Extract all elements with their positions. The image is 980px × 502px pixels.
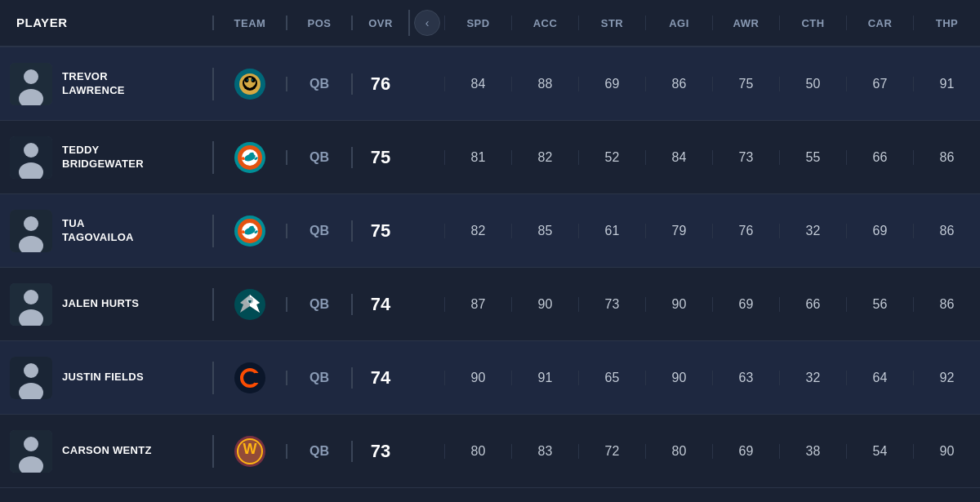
spd-cell: 81 bbox=[444, 150, 511, 165]
pos-cell: QB bbox=[286, 444, 351, 459]
acc-cell: 82 bbox=[511, 150, 578, 165]
player-name-line1: JALEN HURTS bbox=[62, 297, 139, 311]
str-cell: 69 bbox=[578, 77, 645, 91]
svg-point-1 bbox=[19, 89, 43, 105]
svg-point-11 bbox=[24, 143, 38, 158]
player-rows: TREVOR LAWRENCE QB 76 84 88 69 bbox=[0, 47, 980, 488]
svg-rect-32 bbox=[255, 373, 263, 383]
acc-cell: 88 bbox=[511, 77, 578, 91]
spd-header: SPD bbox=[444, 16, 511, 30]
player-header: PLAYER bbox=[0, 16, 212, 30]
avatar bbox=[10, 136, 52, 179]
player-info: JUSTIN FIELDS bbox=[0, 357, 212, 399]
player-info: TREVOR LAWRENCE bbox=[0, 63, 212, 105]
agi-header: AGI bbox=[645, 16, 712, 30]
pos-header: POS bbox=[286, 16, 351, 30]
car-cell: 56 bbox=[846, 297, 913, 312]
str-cell: 61 bbox=[578, 224, 645, 238]
awr-cell: 73 bbox=[712, 150, 779, 165]
str-header: STR bbox=[578, 16, 645, 30]
player-name-line2: LAWRENCE bbox=[62, 84, 125, 98]
agi-cell: 86 bbox=[645, 77, 712, 91]
awr-cell: 63 bbox=[712, 371, 779, 385]
team-cell: W bbox=[212, 435, 286, 468]
spd-cell: 84 bbox=[444, 77, 511, 91]
cth-header: CTH bbox=[779, 16, 846, 30]
str-cell: 72 bbox=[578, 444, 645, 459]
cth-cell: 32 bbox=[779, 371, 846, 385]
pos-cell: QB bbox=[286, 77, 351, 91]
thp-header: THP bbox=[913, 16, 980, 30]
table-row[interactable]: TREVOR LAWRENCE QB 76 84 88 69 bbox=[0, 47, 980, 121]
avatar bbox=[10, 210, 52, 252]
cth-cell: 32 bbox=[779, 224, 846, 238]
avatar bbox=[10, 430, 52, 473]
player-name: JALEN HURTS bbox=[62, 297, 139, 311]
agi-cell: 84 bbox=[645, 150, 712, 165]
thp-cell: 86 bbox=[913, 150, 980, 165]
player-name: JUSTIN FIELDS bbox=[62, 371, 144, 384]
avatar bbox=[10, 63, 52, 105]
pos-cell: QB bbox=[286, 297, 351, 312]
player-info: CARSON WENTZ bbox=[0, 430, 212, 473]
svg-point-18 bbox=[24, 216, 38, 231]
svg-point-26 bbox=[19, 309, 43, 326]
acc-cell: 91 bbox=[511, 371, 578, 385]
svg-point-30 bbox=[19, 383, 43, 399]
team-header: TEAM bbox=[212, 16, 286, 30]
table-row[interactable]: TEDDY BRIDGEWATER QB 75 81 82 52 84 73 5… bbox=[0, 121, 980, 194]
table-row[interactable]: TUA TAGOVAILOA QB 75 82 85 61 79 76 32 6… bbox=[0, 194, 980, 268]
awr-cell: 76 bbox=[712, 224, 779, 238]
back-icon[interactable]: ‹ bbox=[414, 10, 440, 36]
awr-cell: 69 bbox=[712, 444, 779, 459]
player-name-line1: TREVOR bbox=[62, 70, 125, 84]
awr-header: AWR bbox=[712, 16, 779, 30]
player-name: TUA TAGOVAILOA bbox=[62, 217, 134, 245]
acc-cell: 83 bbox=[511, 444, 578, 459]
thp-cell: 91 bbox=[913, 77, 980, 91]
svg-text:W: W bbox=[243, 440, 257, 456]
player-name-line1: CARSON WENTZ bbox=[62, 444, 152, 458]
car-cell: 64 bbox=[846, 371, 913, 385]
thp-cell: 86 bbox=[913, 297, 980, 312]
cth-cell: 66 bbox=[779, 297, 846, 312]
player-info: JALEN HURTS bbox=[0, 283, 212, 326]
acc-cell: 90 bbox=[511, 297, 578, 312]
player-name-line1: JUSTIN FIELDS bbox=[62, 371, 144, 384]
player-name-line1: TEDDY bbox=[62, 144, 144, 158]
team-cell bbox=[212, 215, 286, 247]
spd-cell: 90 bbox=[444, 371, 511, 385]
team-cell bbox=[212, 288, 286, 321]
player-name: CARSON WENTZ bbox=[62, 444, 152, 458]
agi-cell: 90 bbox=[645, 371, 712, 385]
awr-cell: 69 bbox=[712, 297, 779, 312]
str-cell: 52 bbox=[578, 150, 645, 165]
svg-point-9 bbox=[252, 79, 253, 81]
svg-point-0 bbox=[24, 69, 38, 84]
acc-cell: 85 bbox=[511, 224, 578, 238]
svg-point-25 bbox=[24, 290, 38, 304]
team-cell bbox=[212, 362, 286, 394]
thp-cell: 92 bbox=[913, 371, 980, 385]
str-cell: 73 bbox=[578, 297, 645, 312]
stats-table: PLAYER TEAM POS OVR ‹ SPD ACC STR AGI AW bbox=[0, 0, 980, 488]
cth-cell: 55 bbox=[779, 150, 846, 165]
cth-cell: 38 bbox=[779, 444, 846, 459]
svg-point-33 bbox=[24, 437, 38, 451]
player-info: TEDDY BRIDGEWATER bbox=[0, 136, 212, 179]
svg-point-19 bbox=[19, 236, 43, 252]
ovr-cell: 74 bbox=[351, 294, 408, 315]
thp-cell: 86 bbox=[913, 224, 980, 238]
header-row: PLAYER TEAM POS OVR ‹ SPD ACC STR AGI AW bbox=[0, 0, 980, 47]
table-row[interactable]: JALEN HURTS QB 74 87 90 73 90 69 66 56 8… bbox=[0, 268, 980, 341]
player-name-line2: TAGOVAILOA bbox=[62, 231, 134, 245]
ovr-header: OVR bbox=[351, 16, 408, 30]
car-cell: 54 bbox=[846, 444, 913, 459]
table-row[interactable]: CARSON WENTZ W QB 73 80 83 72 80 69 38 5… bbox=[0, 415, 980, 488]
awr-cell: 75 bbox=[712, 77, 779, 91]
spd-cell: 80 bbox=[444, 444, 511, 459]
nav-back-button[interactable]: ‹ bbox=[408, 10, 444, 36]
table-row[interactable]: JUSTIN FIELDS QB 74 90 91 65 90 63 32 64… bbox=[0, 341, 980, 415]
acc-header: ACC bbox=[511, 16, 578, 30]
team-cell bbox=[212, 141, 286, 174]
